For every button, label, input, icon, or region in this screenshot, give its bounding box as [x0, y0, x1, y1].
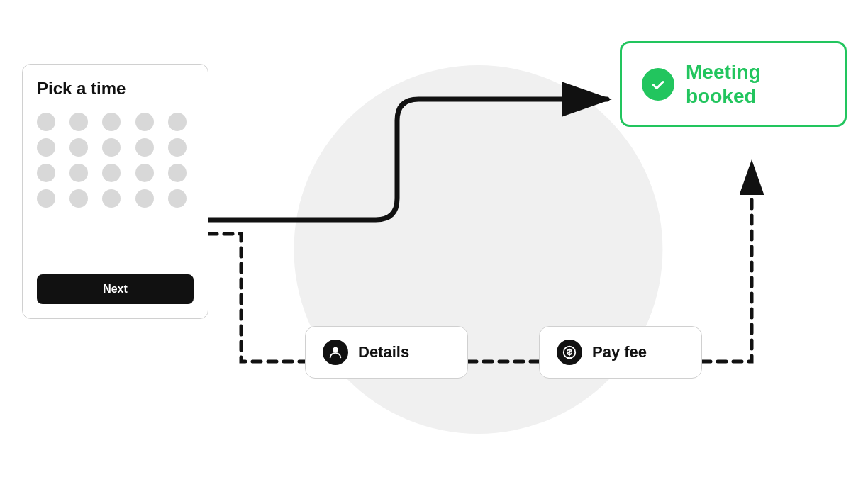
- time-dot: [168, 164, 187, 182]
- background-circle: [294, 65, 662, 434]
- time-dot: [168, 189, 187, 208]
- time-dot: [135, 138, 154, 157]
- time-dot: [102, 164, 121, 182]
- svg-point-2: [333, 347, 338, 352]
- canvas: Pick a time Next: [0, 0, 868, 499]
- next-button[interactable]: Next: [37, 274, 194, 304]
- dots-grid: [37, 113, 194, 208]
- time-dot: [37, 113, 55, 131]
- time-dot: [102, 189, 121, 208]
- pay-fee-card: Pay fee: [539, 326, 702, 379]
- time-dot: [69, 189, 88, 208]
- time-dot: [135, 189, 154, 208]
- time-dot: [69, 138, 88, 157]
- meeting-booked-card: Meetingbooked: [620, 41, 847, 127]
- time-dot: [69, 113, 88, 131]
- time-dot: [69, 164, 88, 182]
- dollar-icon: [557, 340, 582, 365]
- check-circle-icon: [642, 68, 674, 101]
- time-dot: [102, 138, 121, 157]
- time-dot: [168, 138, 187, 157]
- time-dot: [37, 138, 55, 157]
- time-dot: [168, 113, 187, 131]
- check-icon: [650, 76, 667, 93]
- details-card: Details: [305, 326, 468, 379]
- time-dot: [135, 164, 154, 182]
- pick-time-card: Pick a time Next: [22, 64, 208, 319]
- time-dot: [102, 113, 121, 131]
- time-dot: [37, 164, 55, 182]
- person-icon: [323, 340, 348, 365]
- pick-time-title: Pick a time: [37, 79, 194, 99]
- time-dot: [135, 113, 154, 131]
- pay-fee-label: Pay fee: [592, 343, 647, 361]
- time-dot: [37, 189, 55, 208]
- meeting-booked-label: Meetingbooked: [686, 60, 761, 108]
- details-label: Details: [358, 343, 409, 361]
